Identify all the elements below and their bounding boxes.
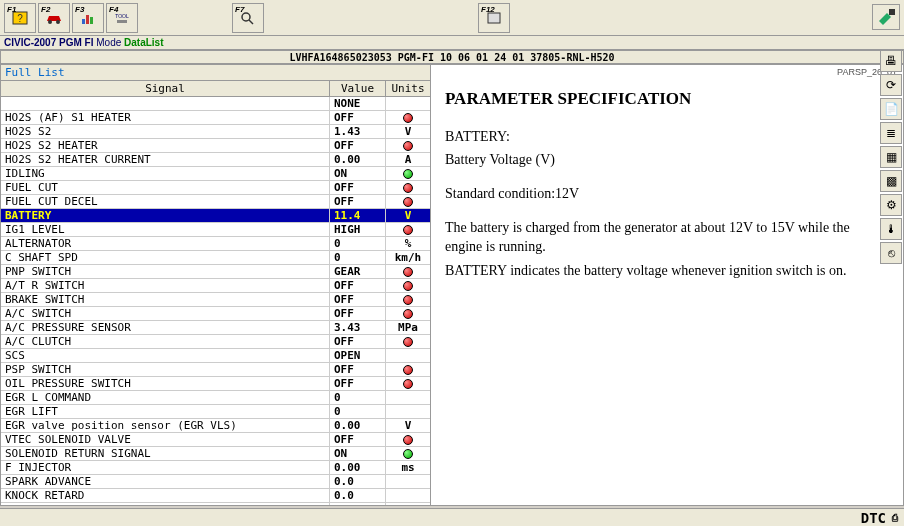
table-row[interactable]: C SHAFT SPD0km/h xyxy=(1,251,430,265)
signal-name xyxy=(1,97,330,110)
red-dot-icon xyxy=(403,309,413,319)
spec-pane: PARSP_26_01 PARAMETER SPECIFICATION BATT… xyxy=(431,65,903,505)
signal-list-pane: Full List Signal Value Units NONEHO2S (A… xyxy=(1,65,431,505)
f4-tool-button[interactable]: F4TOOL xyxy=(106,3,138,33)
signal-units: km/h xyxy=(386,251,430,264)
full-list-label: Full List xyxy=(1,65,430,81)
list-icon[interactable]: ≣ xyxy=(880,122,902,144)
signal-units: MPa xyxy=(386,321,430,334)
spec-standard: Standard condition:12V xyxy=(445,184,889,204)
print-icon[interactable]: 🖶 xyxy=(880,50,902,72)
table-row[interactable]: A/C SWITCHOFF xyxy=(1,307,430,321)
signal-name: BRAKE SWITCH xyxy=(1,293,330,306)
grid-icon[interactable]: ▦ xyxy=(880,146,902,168)
signal-name: A/C CLUTCH xyxy=(1,335,330,348)
table-row[interactable]: SOLENOID RETURN SIGNALON xyxy=(1,447,430,461)
table-row[interactable]: EGR L COMMAND0 xyxy=(1,391,430,405)
table-row[interactable]: A/C PRESSURE SENSOR3.43MPa xyxy=(1,321,430,335)
signal-value: 0.0 xyxy=(330,503,386,505)
f7-search-button[interactable]: F7 xyxy=(232,3,264,33)
f2-vehicle-button[interactable]: F2 xyxy=(38,3,70,33)
spec-id: PARSP_26_01 xyxy=(431,65,903,79)
red-dot-icon xyxy=(403,379,413,389)
signal-value: 0 xyxy=(330,391,386,404)
side-toolbar: 🖶⟳📄≣▦▩⚙🌡⎋ xyxy=(880,50,904,264)
signal-value: ON xyxy=(330,167,386,180)
red-dot-icon xyxy=(403,141,413,151)
table-row[interactable]: HO2S S21.43V xyxy=(1,125,430,139)
spec-desc2: BATTERY indicates the battery voltage wh… xyxy=(445,261,889,281)
table-row[interactable]: KNOCK SENSOR0.0 xyxy=(1,503,430,505)
table-row[interactable]: VTEC SOLENOID VALVEOFF xyxy=(1,433,430,447)
table-row[interactable]: BATTERY11.4V xyxy=(1,209,430,223)
table-row[interactable]: A/C CLUTCHOFF xyxy=(1,335,430,349)
doc-icon[interactable]: 📄 xyxy=(880,98,902,120)
signal-value: 0.0 xyxy=(330,475,386,488)
signal-value: OPEN xyxy=(330,349,386,362)
svg-rect-4 xyxy=(82,19,85,24)
svg-point-9 xyxy=(242,13,250,21)
connector-icon[interactable] xyxy=(872,4,900,30)
table-row[interactable]: FUEL CUT DECELOFF xyxy=(1,195,430,209)
table-row[interactable]: SCSOPEN xyxy=(1,349,430,363)
dtc-label: DTC xyxy=(861,510,886,526)
signal-name: FUEL CUT xyxy=(1,181,330,194)
table-row[interactable]: EGR LIFT0 xyxy=(1,405,430,419)
table-row[interactable]: OIL PRESSURE SWITCHOFF xyxy=(1,377,430,391)
signal-value: OFF xyxy=(330,363,386,376)
table-row[interactable]: HO2S (AF) S1 HEATEROFF xyxy=(1,111,430,125)
signal-value: HIGH xyxy=(330,223,386,236)
table-row[interactable]: ALTERNATOR0% xyxy=(1,237,430,251)
signal-name: HO2S S2 xyxy=(1,125,330,138)
refresh-icon[interactable]: ⟳ xyxy=(880,74,902,96)
signal-value: OFF xyxy=(330,279,386,292)
table-row[interactable]: HO2S S2 HEATER CURRENT0.00A xyxy=(1,153,430,167)
svg-line-10 xyxy=(249,20,253,24)
table-row[interactable]: NONE xyxy=(1,97,430,111)
exit-icon[interactable]: ⎋ xyxy=(880,242,902,264)
signal-units xyxy=(386,307,430,320)
signal-name: BATTERY xyxy=(1,209,330,222)
green-dot-icon xyxy=(403,449,413,459)
table-row[interactable]: PSP SWITCHOFF xyxy=(1,363,430,377)
table-row[interactable]: KNOCK RETARD0.0 xyxy=(1,489,430,503)
signal-units xyxy=(386,335,430,348)
table-row[interactable]: PNP SWITCHGEAR xyxy=(1,265,430,279)
f12-button[interactable]: F12 xyxy=(478,3,510,33)
table-row[interactable]: FUEL CUTOFF xyxy=(1,181,430,195)
signal-name: HO2S (AF) S1 HEATER xyxy=(1,111,330,124)
table-row[interactable]: HO2S S2 HEATEROFF xyxy=(1,139,430,153)
signal-name: FUEL CUT DECEL xyxy=(1,195,330,208)
mode-label: Mode xyxy=(96,37,121,48)
table-row[interactable]: F INJECTOR0.00ms xyxy=(1,461,430,475)
table-row[interactable]: A/T R SWITCHOFF xyxy=(1,279,430,293)
signal-value: NONE xyxy=(330,97,386,110)
matrix-icon[interactable]: ▩ xyxy=(880,170,902,192)
table-row[interactable]: SPARK ADVANCE0.0 xyxy=(1,475,430,489)
signal-units: V xyxy=(386,125,430,138)
table-row[interactable]: IG1 LEVELHIGH xyxy=(1,223,430,237)
config-icon[interactable]: ⚙ xyxy=(880,194,902,216)
f3-chart-button[interactable]: F3 xyxy=(72,3,104,33)
signal-units xyxy=(386,391,430,404)
mode-value: DataList xyxy=(124,37,163,48)
signal-name: SOLENOID RETURN SIGNAL xyxy=(1,447,330,460)
table-row[interactable]: EGR valve position sensor (EGR VLS)0.00V xyxy=(1,419,430,433)
signal-value: 11.4 xyxy=(330,209,386,222)
table-row[interactable]: IDLINGON xyxy=(1,167,430,181)
signal-units xyxy=(386,167,430,180)
main-area: Full List Signal Value Units NONEHO2S (A… xyxy=(0,64,904,506)
signal-units xyxy=(386,503,430,505)
svg-point-3 xyxy=(56,20,60,24)
status-bar: DTC ⎙ xyxy=(0,508,904,526)
table-row[interactable]: BRAKE SWITCHOFF xyxy=(1,293,430,307)
signal-table-body[interactable]: NONEHO2S (AF) S1 HEATEROFFHO2S S21.43VHO… xyxy=(1,97,430,505)
thermo-icon[interactable]: 🌡 xyxy=(880,218,902,240)
signal-name: EGR valve position sensor (EGR VLS) xyxy=(1,419,330,432)
signal-units xyxy=(386,489,430,502)
signal-name: HO2S S2 HEATER CURRENT xyxy=(1,153,330,166)
col-signal: Signal xyxy=(1,81,330,96)
f1-help-button[interactable]: F1? xyxy=(4,3,36,33)
signal-name: F INJECTOR xyxy=(1,461,330,474)
top-toolbar: F1? F2 F3 F4TOOL F7 F12 xyxy=(0,0,904,36)
